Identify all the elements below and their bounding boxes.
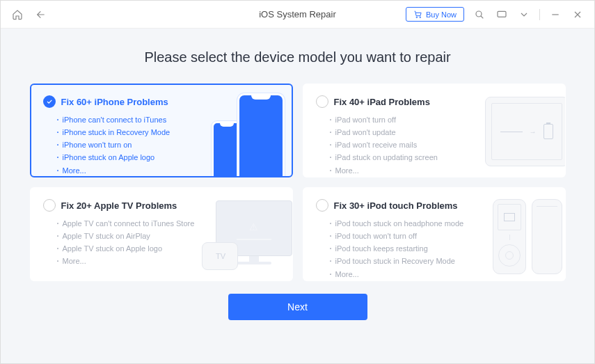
list-item: iPad won't update [335,126,553,139]
cart-icon [413,10,422,19]
device-cards: Fix 60+ iPhone Problems iPhone can't con… [30,84,566,281]
card-appletv[interactable]: Fix 20+ Apple TV Problems Apple TV can't… [30,187,293,281]
card-header: Fix 60+ iPhone Problems [43,95,280,108]
back-icon[interactable] [34,8,48,22]
list-item: More... [335,164,553,177]
check-icon [316,199,328,212]
page-title: Please select the device model you want … [144,49,450,65]
card-title: Fix 60+ iPhone Problems [61,97,168,107]
list-item: iPod touch keeps restarting [335,242,553,255]
list-item: More... [63,255,280,267]
check-icon [43,199,56,212]
problem-list: iPad won't turn off iPad won't update iP… [316,113,553,177]
search-icon[interactable] [473,8,486,22]
buy-now-button[interactable]: Buy Now [406,7,464,22]
content-area: Please select the device model you want … [1,29,594,363]
card-header: Fix 30+ iPod touch Problems [316,199,553,212]
list-item: Apple TV stuck on AirPlay [63,230,280,242]
check-icon [316,95,328,108]
list-item: Apple TV can't connect to iTunes Store [63,217,280,230]
divider [539,9,540,20]
card-title: Fix 30+ iPod touch Problems [334,200,458,211]
list-item: iPod touch stuck in Recovery Mode [335,255,553,267]
chevron-down-icon[interactable] [517,8,531,22]
card-header: Fix 40+ iPad Problems [316,95,553,108]
titlebar-right: Buy Now [406,7,585,22]
close-icon[interactable] [571,8,585,22]
list-item: iPod touch stuck on headphone mode [335,217,553,230]
list-item: iPod touch won't turn off [335,230,553,242]
titlebar: iOS System Repair Buy Now [1,1,594,29]
app-window: iOS System Repair Buy Now [0,0,595,364]
svg-point-2 [476,11,482,17]
card-title: Fix 40+ iPad Problems [334,97,430,107]
home-icon[interactable] [10,8,24,22]
next-button[interactable]: Next [228,294,367,320]
list-item: iPhone stuck on Apple logo [63,151,280,164]
check-icon [43,95,56,108]
list-item: iPhone won't turn on [63,139,280,151]
list-item: iPad won't turn off [335,113,553,126]
card-iphone[interactable]: Fix 60+ iPhone Problems iPhone can't con… [30,84,293,177]
titlebar-left [10,8,48,22]
problem-list: iPod touch stuck on headphone mode iPod … [316,217,553,280]
list-item: Apple TV stuck on Apple logo [63,242,280,255]
list-item: More... [335,268,553,280]
list-item: More... [63,164,280,177]
svg-point-1 [420,17,421,18]
card-title: Fix 20+ Apple TV Problems [61,200,177,211]
problem-list: iPhone can't connect to iTunes iPhone st… [43,113,280,177]
list-item: iPad stuck on updating screen [335,151,553,164]
app-title: iOS System Repair [259,9,336,19]
list-item: iPhone can't connect to iTunes [63,113,280,126]
list-item: iPad won't receive mails [335,139,553,151]
card-ipad[interactable]: Fix 40+ iPad Problems iPad won't turn of… [303,84,566,177]
feedback-icon[interactable] [495,8,509,22]
minimize-icon[interactable] [548,8,562,22]
list-item: iPhone stuck in Recovery Mode [63,126,280,139]
card-ipod[interactable]: Fix 30+ iPod touch Problems iPod touch s… [303,187,566,281]
svg-point-0 [416,17,418,18]
problem-list: Apple TV can't connect to iTunes Store A… [43,217,280,268]
card-header: Fix 20+ Apple TV Problems [43,199,280,212]
buy-now-label: Buy Now [426,10,457,19]
